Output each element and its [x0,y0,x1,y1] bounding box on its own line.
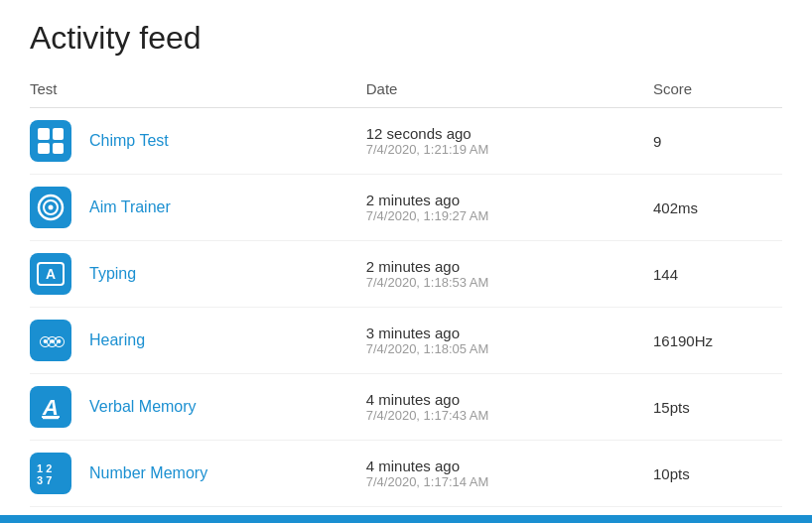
date-relative: 3 minutes ago [366,325,653,341]
table-row: 1 2 3 7 Number Memory 4 minutes ago 7/4/… [30,441,782,507]
test-name[interactable]: Typing [89,265,136,282]
aim-icon [37,194,65,221]
score-cell: 16190Hz [653,308,782,374]
date-cell: 3 minutes ago 7/4/2020, 1:18:05 AM [366,308,653,374]
test-name-cell[interactable]: Number Memory [89,441,366,507]
date-relative: 2 minutes ago [366,258,653,275]
hearing-icon: ⦿ ⦿ ⦿ [37,328,65,352]
date-relative: 4 minutes ago [366,391,653,408]
table-row: Aim Trainer 2 minutes ago 7/4/2020, 1:19… [30,175,782,241]
svg-text:1  2: 1 2 [37,462,52,474]
aim-icon-wrapper [30,187,71,228]
chimp-icon [38,128,64,154]
score-cell: 10pts [653,441,782,507]
page-title: Activity feed [30,20,782,57]
icon-cell [30,175,89,241]
score-cell: 15pts [653,374,782,441]
test-name[interactable]: Number Memory [89,464,207,481]
activity-table: Test Date Score Chimp Test 12 seconds ag… [30,80,782,523]
date-relative: 12 seconds ago [366,125,653,142]
svg-text:3  7: 3 7 [37,474,52,486]
date-absolute: 7/4/2020, 1:18:53 AM [366,275,653,290]
chimp-icon-wrapper [30,120,71,162]
typing-icon-wrapper: A [30,253,71,295]
date-absolute: 7/4/2020, 1:18:05 AM [366,341,653,356]
score-cell: 144 [653,241,782,308]
table-row: A Verbal Memory 4 minutes ago 7/4/2020, … [30,374,782,441]
col-test: Test [30,80,366,108]
icon-cell: A [30,374,89,441]
bottom-bar [0,515,812,523]
score-cell: 9 [653,108,782,175]
date-cell: 2 minutes ago 7/4/2020, 1:18:53 AM [366,241,653,308]
col-score: Score [653,80,782,108]
icon-cell: A [30,241,89,308]
verbal-icon-wrapper: A [30,386,71,428]
test-name-cell[interactable]: Typing [89,241,366,308]
test-name-cell[interactable]: Hearing [89,308,366,374]
table-row: ⦿ ⦿ ⦿ Hearing 3 minutes ago 7/4/2020, 1:… [30,308,782,374]
date-absolute: 7/4/2020, 1:17:43 AM [366,408,653,423]
test-name-cell[interactable]: Chimp Test [89,108,366,175]
icon-cell: 1 2 3 7 [30,441,89,507]
typing-icon: A [37,262,65,286]
number-icon: 1 2 3 7 [35,459,67,487]
test-name-cell[interactable]: Verbal Memory [89,374,366,441]
date-cell: 4 minutes ago 7/4/2020, 1:17:14 AM [366,441,653,507]
verbal-icon: A [37,393,65,421]
test-name[interactable]: Hearing [89,331,145,348]
test-name[interactable]: Verbal Memory [89,398,197,415]
date-absolute: 7/4/2020, 1:17:14 AM [366,474,653,489]
icon-cell: ⦿ ⦿ ⦿ [30,308,89,374]
date-cell: 12 seconds ago 7/4/2020, 1:21:19 AM [366,108,653,175]
table-row: A Typing 2 minutes ago 7/4/2020, 1:18:53… [30,241,782,308]
test-name[interactable]: Chimp Test [89,132,169,149]
test-name-cell[interactable]: Aim Trainer [89,175,366,241]
test-name[interactable]: Aim Trainer [89,198,171,215]
table-row: Chimp Test 12 seconds ago 7/4/2020, 1:21… [30,108,782,175]
date-absolute: 7/4/2020, 1:21:19 AM [366,142,653,157]
date-relative: 2 minutes ago [366,192,653,208]
number-icon-wrapper: 1 2 3 7 [30,453,71,494]
score-cell: 402ms [653,175,782,241]
svg-text:⦿: ⦿ [53,334,65,349]
svg-text:A: A [46,266,56,282]
date-cell: 4 minutes ago 7/4/2020, 1:17:43 AM [366,374,653,441]
date-absolute: 7/4/2020, 1:19:27 AM [366,208,653,223]
icon-cell [30,108,89,175]
date-cell: 2 minutes ago 7/4/2020, 1:19:27 AM [366,175,653,241]
date-relative: 4 minutes ago [366,458,653,474]
svg-point-2 [49,205,54,210]
hearing-icon-wrapper: ⦿ ⦿ ⦿ [30,320,71,361]
col-date: Date [366,80,653,108]
